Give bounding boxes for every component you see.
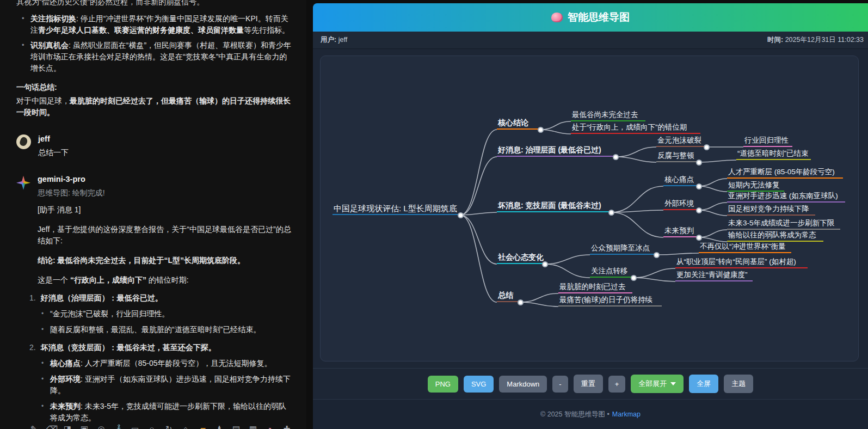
mindmap-link <box>520 302 558 307</box>
list-item-1-sub-1: “金元泡沫”已破裂，行业回归理性。 <box>50 308 293 320</box>
mindmap-link <box>699 186 727 192</box>
mindmap-collapse-dot-b2c1[interactable] <box>704 144 710 150</box>
mindmap-collapse-dot-b3[interactable] <box>608 210 614 216</box>
mm-node-cannot-fix[interactable]: 短期内无法修复 <box>727 180 784 192</box>
mindmap-collapse-dot-b4c1[interactable] <box>654 252 660 258</box>
mindmap-link <box>633 278 675 281</box>
mm-node-asia-rivals[interactable]: 亚洲对手进步迅速 (如东南亚球队) <box>727 191 845 203</box>
edit-icon[interactable]: ✎ <box>29 423 38 429</box>
mindmap-collapse-dot-b3c2[interactable] <box>696 207 702 213</box>
mm-node-good-news[interactable]: 好消息: 治理层面 (最低谷已过) <box>497 145 615 157</box>
refresh-icon[interactable]: ↻ <box>164 423 173 429</box>
mindmap-collapse-dot-b4c2[interactable] <box>631 275 637 281</box>
assistant-message: gemini-3-pro 思维导图: 绘制完成! [助手 消息 1] Jeff，… <box>16 174 293 286</box>
mm-node-competitiveness-drop[interactable]: 国足相对竞争力持续下降 <box>727 204 815 216</box>
user-icon[interactable]: ♟ <box>215 423 224 429</box>
mm-node-pain-continues[interactable]: 最痛苦(输球)的日子仍将持续 <box>558 295 662 307</box>
user-name: jeff <box>38 133 293 145</box>
mm-node-focus-shift[interactable]: 关注点转移 <box>590 266 633 278</box>
mindmap-link <box>611 212 663 237</box>
mm-node-top-to-grassroots[interactable]: 从“职业顶层”转向“民间基层” (如村超) <box>675 257 808 268</box>
export-png-button[interactable]: PNG <box>428 376 458 393</box>
folder-icon[interactable]: ▰ <box>198 423 207 429</box>
mm-node-industry-rational[interactable]: 行业回归理性 <box>743 136 792 147</box>
mindmap-link <box>633 268 675 278</box>
mindmap-link <box>699 179 727 186</box>
mindmap-collapse-dot-b2c2[interactable] <box>696 160 702 166</box>
chat-clipped-line: 其视为“偿还历史欠债”的必然过程，而非新的崩盘信号。 <box>16 0 293 8</box>
mindmap-footer: © 2025 智能思维导图 • Markmap <box>313 399 868 429</box>
mm-node-future-forecast[interactable]: 未来预判 <box>663 226 699 237</box>
mindmap-collapse-dot-b3c1[interactable] <box>696 183 702 189</box>
plus-icon[interactable]: ✚ <box>282 423 291 429</box>
user-value: jeff <box>338 36 347 44</box>
chat-bullet-indicator-switch: 关注指标切换: 停止用“冲进世界杯”作为衡量中国足球发展的唯一KPI。转而关注青… <box>30 13 293 36</box>
info-bar: 用户: jeff 时间: 2025年12月31日 11:02:33 <box>313 32 868 49</box>
mm-node-losing-normal[interactable]: 输给以往的弱队将成为常态 <box>727 230 823 242</box>
zoom-out-button[interactable]: - <box>552 376 568 393</box>
mindmap-canvas[interactable]: 中国足球现状评估: L型长周期筑底 核心结论 最低谷尚未完全过去 处于“行政向上… <box>320 56 859 361</box>
mm-node-youth-health[interactable]: 更加关注“青训健康度” <box>675 270 753 281</box>
user-avatar <box>16 134 31 149</box>
mm-node-summary[interactable]: 总结 <box>497 291 520 302</box>
window-icon[interactable]: ▭ <box>131 423 139 429</box>
mindmap-link <box>460 215 497 302</box>
list-item-2-sub-3: 未来预判: 未来3-5年，竞技成绩可能进一步刷新下限，输给以往的弱队将成为常态。 <box>50 401 293 424</box>
mindmap-collapse-dot-b1[interactable] <box>538 127 544 133</box>
mm-node-mismatch-period[interactable]: 处于“行政向上，成绩向下”的错位期 <box>571 122 700 134</box>
mm-node-bad-news[interactable]: 坏消息: 竞技层面 (最低谷未过) <box>497 201 611 212</box>
mm-node-lowest-not-past[interactable]: 最低谷尚未完全过去 <box>571 110 645 121</box>
assistant-conclusion: 结论: 最低谷尚未完全过去，目前处于“L型”长周期筑底阶段。 <box>38 255 293 266</box>
app-header: 智能思维导图 <box>313 3 868 32</box>
mindmap-link <box>545 264 590 278</box>
mindmap-link <box>656 253 699 255</box>
image-icon[interactable]: ▣ <box>80 423 89 429</box>
mindmap-link <box>699 230 727 237</box>
app-icon[interactable]: ▪ <box>266 423 274 429</box>
zoom-in-button[interactable]: + <box>608 376 626 393</box>
theme-button[interactable]: 主题 <box>724 375 753 393</box>
assistant-intro: Jeff，基于您提供的这份深度整合报告，关于“中国足球最低谷是否已过”的总结如下… <box>38 224 293 247</box>
mm-node-new-lows[interactable]: 未来3-5年成绩或进一步刷新下限 <box>727 218 840 230</box>
caret-down-icon <box>670 382 676 385</box>
circle-icon[interactable]: ○ <box>147 423 156 429</box>
mm-node-dark-moment-over[interactable]: “道德至暗时刻”已结束 <box>736 149 811 160</box>
mindmap-collapse-dot-b2[interactable] <box>613 154 619 160</box>
anchor-icon[interactable]: ⚓ <box>114 423 122 429</box>
brain-icon <box>551 13 563 22</box>
file-icon[interactable]: ▤ <box>232 423 241 429</box>
footer-copyright: © 2025 智能思维导图 • <box>540 410 610 419</box>
mm-node-external-env[interactable]: 外部环境 <box>663 199 699 210</box>
markmap-link[interactable]: Markmap <box>612 410 641 418</box>
mindmap-collapse-dot-b5[interactable] <box>518 299 524 305</box>
mm-node-social-mindset[interactable]: 社会心态变化 <box>497 253 545 264</box>
mm-node-dirtiest-past[interactable]: 最肮脏的时刻已过去 <box>558 282 632 293</box>
list-item-1-sub-2: 随着反腐和整顿，最混乱、最肮脏的“道德至暗时刻”已经结束。 <box>50 324 293 335</box>
mindmap-collapse-dot-b4[interactable] <box>542 261 548 267</box>
mindmap-collapse-dot-root[interactable] <box>458 212 464 218</box>
fullscreen-button[interactable]: 全屏 <box>689 375 718 393</box>
mm-node-core-conclusion[interactable]: 核心结论 <box>497 118 540 130</box>
speaker-icon[interactable]: ◨ <box>63 423 72 429</box>
mindmap-collapse-dot-b3c3[interactable] <box>696 235 702 241</box>
expand-all-button[interactable]: 全部展开 <box>631 375 684 393</box>
gemini-star-icon <box>16 176 30 190</box>
mindmap-link <box>699 210 727 216</box>
chat-bullet-real-opportunity: 识别真机会: 虽然职业层面在“横盘”，但民间赛事（村超、草根联赛）和青少年培训市… <box>30 40 293 74</box>
mindmap-link <box>615 157 656 162</box>
list-item-2-sub-1: 核心痛点: 人才严重断层（85-05年龄段亏空），且无法短期修复。 <box>50 358 293 369</box>
mm-node-expectation-freeze[interactable]: 公众预期降至冰点 <box>590 243 656 255</box>
reset-button[interactable]: 重置 <box>574 375 603 393</box>
grid-icon[interactable]: ▦ <box>249 423 257 429</box>
export-svg-button[interactable]: SVG <box>464 376 494 393</box>
delete-icon[interactable]: ⌫ <box>46 423 55 429</box>
home-icon[interactable]: ⌂ <box>181 423 190 429</box>
mm-node-no-worldcup-measure[interactable]: 不再仅以“冲进世界杯”衡量 <box>699 242 791 253</box>
mm-node-root[interactable]: 中国足球现状评估: L型长周期筑底 <box>333 204 460 215</box>
mm-node-gold-bubble[interactable]: 金元泡沫破裂 <box>656 136 706 147</box>
mm-node-core-pain[interactable]: 核心痛点 <box>663 175 699 186</box>
mm-node-anti-corruption[interactable]: 反腐与整顿 <box>656 151 699 162</box>
mm-node-talent-gap[interactable]: 人才严重断层 (85-05年龄段亏空) <box>727 167 843 179</box>
export-markdown-button[interactable]: Markdown <box>499 376 547 393</box>
record-icon[interactable]: ◎ <box>97 423 106 429</box>
